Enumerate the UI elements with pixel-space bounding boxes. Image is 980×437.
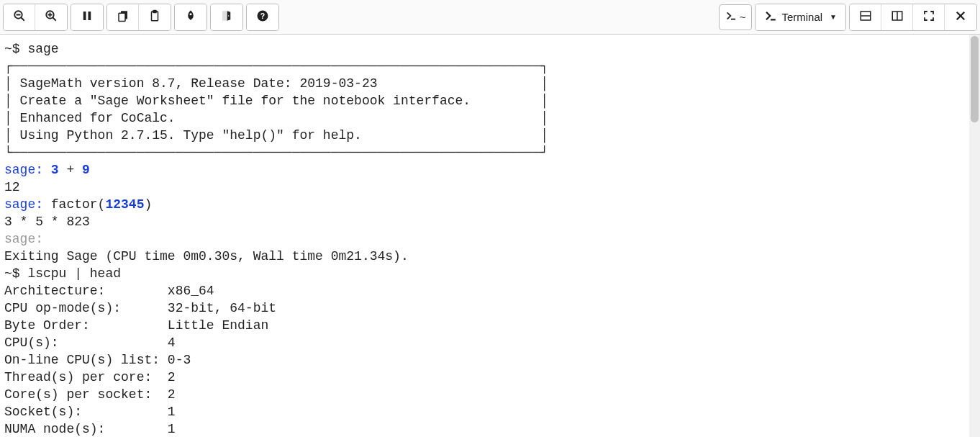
- lscpu-line: Byte Order: Little Endian: [4, 318, 268, 333]
- paste-icon: [148, 9, 161, 25]
- svg-line-1: [21, 17, 24, 21]
- lscpu-line: NUMA node(s): 1: [4, 422, 176, 436]
- body-area: ~$ sage ┌───────────────────────────────…: [0, 35, 980, 437]
- sage-number: 12345: [105, 197, 144, 212]
- split-vertical-icon: [891, 9, 904, 25]
- pause-icon: [81, 9, 94, 25]
- banner-box-top: ┌───────────────────────────────────────…: [4, 59, 548, 73]
- zoom-out-button[interactable]: [4, 4, 35, 30]
- sage-prompt: sage:: [4, 163, 51, 177]
- terminal-icon: [764, 9, 777, 24]
- shell-prompt: ~$: [4, 266, 27, 281]
- sage-result: 12: [4, 180, 20, 194]
- layout-split-v-button[interactable]: [881, 4, 913, 30]
- svg-point-14: [228, 15, 230, 17]
- svg-rect-10: [119, 13, 125, 21]
- scrollbar-track[interactable]: [969, 35, 980, 437]
- lscpu-line: Core(s) per socket: 2: [4, 387, 176, 402]
- sage-exit-line: Exiting Sage (CPU time 0m0.30s, Wall tim…: [4, 249, 409, 263]
- lscpu-line: CPU(s): 4: [4, 335, 176, 350]
- sage-prompt: sage:: [4, 197, 51, 212]
- fullscreen-button[interactable]: [913, 4, 945, 30]
- rocket-button[interactable]: [175, 4, 207, 30]
- close-button[interactable]: [945, 4, 976, 30]
- clipboard-group: [106, 4, 171, 31]
- terminal-dropdown-label: Terminal: [781, 11, 822, 23]
- lscpu-line: Socket(s): 1: [4, 405, 176, 419]
- split-horizontal-icon: [859, 9, 872, 25]
- rocket-icon: [184, 9, 197, 25]
- zoom-in-icon: [45, 9, 58, 25]
- copy-icon: [117, 9, 130, 25]
- sage-result: 3 * 5 * 823: [4, 215, 90, 229]
- lscpu-line: Thread(s) per core: 2: [4, 370, 176, 384]
- copy-button[interactable]: [107, 4, 139, 30]
- fullscreen-icon: [922, 9, 935, 25]
- svg-line-4: [53, 17, 56, 21]
- pause-button[interactable]: [71, 4, 103, 30]
- banner-box-bottom: └───────────────────────────────────────…: [4, 145, 548, 160]
- terminal-viewport[interactable]: ~$ sage ┌───────────────────────────────…: [0, 35, 980, 437]
- door-exit-icon: [220, 9, 233, 25]
- layout-split-h-button[interactable]: [850, 4, 881, 30]
- banner-line: │ SageMath version 8.7, Release Date: 20…: [4, 76, 548, 91]
- terminal-path-indicator[interactable]: ~: [719, 4, 753, 30]
- lscpu-line: CPU op-mode(s): 32-bit, 64-bit: [4, 301, 276, 315]
- sage-prompt-idle: sage:: [4, 232, 43, 246]
- zoom-group: [3, 4, 68, 31]
- svg-text:?: ?: [260, 11, 265, 19]
- zoom-in-button[interactable]: [35, 4, 67, 30]
- paste-button[interactable]: [139, 4, 171, 30]
- caret-down-icon: ▼: [830, 13, 837, 21]
- svg-rect-7: [83, 12, 86, 20]
- shell-command: lscpu | head: [27, 266, 121, 281]
- exit-door-button[interactable]: [211, 4, 242, 30]
- sage-call: factor(: [51, 197, 106, 212]
- help-button[interactable]: ?: [247, 4, 278, 30]
- svg-rect-12: [153, 10, 157, 12]
- lscpu-line: On-line CPU(s) list: 0-3: [4, 353, 191, 367]
- svg-point-13: [190, 13, 192, 15]
- shell-prompt: ~$: [4, 42, 27, 56]
- banner-line: │ Enhanced for CoCalc. │: [4, 111, 548, 125]
- zoom-out-icon: [13, 9, 26, 25]
- help-icon: ?: [256, 9, 269, 25]
- banner-line: │ Using Python 2.7.15. Type "help()" for…: [4, 128, 548, 143]
- terminal-prompt-icon: [725, 10, 737, 24]
- sage-expr: +: [59, 163, 82, 177]
- sage-expr: 9: [82, 163, 90, 177]
- terminal-output[interactable]: ~$ sage ┌───────────────────────────────…: [0, 35, 980, 437]
- layout-group: [849, 4, 977, 31]
- sage-call: ): [144, 197, 152, 212]
- shell-command: sage: [27, 42, 58, 56]
- sage-expr: 3: [51, 163, 59, 177]
- terminal-type-dropdown[interactable]: Terminal ▼: [756, 4, 845, 30]
- terminal-path-label: ~: [740, 11, 746, 23]
- svg-rect-8: [89, 12, 91, 20]
- banner-line: │ Create a "Sage Worksheet" file for the…: [4, 94, 548, 108]
- editor-toolbar: ? ~ Terminal ▼: [0, 0, 980, 35]
- close-icon: [954, 9, 967, 25]
- scrollbar-thumb[interactable]: [971, 36, 979, 122]
- lscpu-line: Architecture: x86_64: [4, 284, 214, 298]
